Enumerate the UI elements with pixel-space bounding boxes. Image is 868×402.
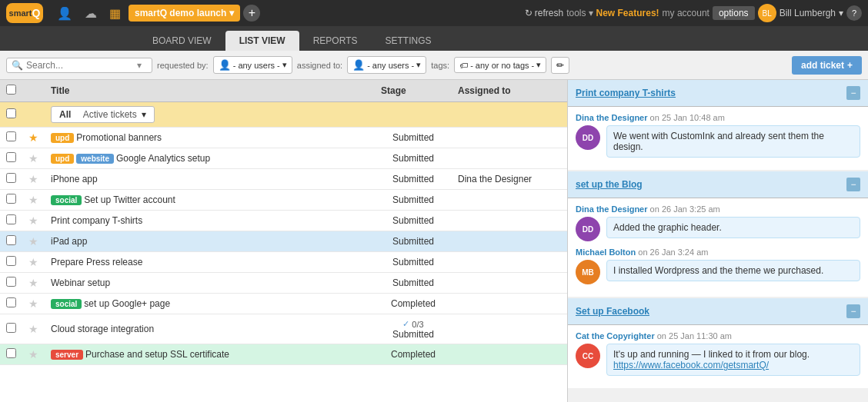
ticket-assigned [452, 344, 552, 365]
tools-button[interactable]: tools ▾ [566, 8, 593, 18]
comment-header: Michael Bolton on 26 Jan 3:24 am [576, 248, 860, 257]
ticket-checkbox[interactable] [6, 173, 16, 183]
ticket-title[interactable]: updwebsiteGoogle Analytics setup [51, 153, 210, 164]
upd-tag: upd [51, 154, 74, 164]
requested-by-dropdown[interactable]: 👤 - any users - ▾ [213, 56, 292, 74]
section-header: set up the Blog− [568, 171, 868, 198]
my-account-button[interactable]: my account [663, 8, 709, 18]
ticket-title[interactable]: socialset up Google+ page [51, 298, 170, 309]
tab-bar: BOARD VIEW LIST VIEW REPORTS SETTINGS [0, 26, 868, 51]
asgn-chevron-icon: ▾ [416, 60, 421, 70]
table-row: ★serverPurchase and setup SSL certificat… [0, 344, 567, 365]
star-icon[interactable]: ★ [28, 214, 38, 227]
progress-badge: ✓ 0/3 [402, 319, 423, 329]
refresh-button[interactable]: ↻ refresh [525, 8, 563, 18]
star-icon[interactable]: ★ [28, 131, 38, 144]
upd-tag: upd [51, 133, 74, 143]
ticket-checkbox[interactable] [6, 131, 16, 141]
search-input[interactable] [26, 60, 134, 71]
star-icon[interactable]: ★ [28, 173, 38, 185]
table-row: ★Cloud storage integration✓ 0/3Submitted [0, 314, 567, 344]
comment-bubble: It's up and running — I linked to it fro… [606, 344, 860, 376]
section-title-link[interactable]: Print company T-shirts [576, 88, 676, 98]
ticket-stage: Completed [375, 294, 452, 314]
user-area[interactable]: BL Bill Lumbergh ▾ [758, 4, 843, 22]
stage-value: Submitted [381, 257, 446, 267]
ticket-checkbox[interactable] [6, 152, 16, 162]
ticket-checkbox[interactable] [6, 194, 16, 204]
collapse-button[interactable]: − [846, 86, 860, 100]
table-row: ★iPad appSubmitted [0, 231, 567, 252]
help-button[interactable]: ? [846, 5, 862, 21]
star-icon[interactable]: ★ [28, 323, 38, 335]
comment-link[interactable]: https://www.facebook.com/getsmartQ/ [613, 360, 769, 370]
section-header: Print company T-shirts− [568, 80, 868, 107]
options-button[interactable]: options [713, 6, 755, 20]
ticket-title[interactable]: iPad app [51, 236, 87, 247]
ticket-title[interactable]: Print company T-shirts [51, 215, 142, 226]
tab-board[interactable]: BOARD VIEW [139, 31, 225, 51]
ticket-checkbox[interactable] [6, 348, 16, 358]
star-icon[interactable]: ★ [28, 297, 38, 310]
tag-icon: 🏷 [459, 61, 468, 70]
stage-value: Completed [381, 298, 446, 309]
assigned-to-label: assigned to: [297, 61, 342, 70]
server-tag: server [51, 350, 83, 360]
filter-dropdown-icon[interactable]: ▾ [137, 60, 142, 71]
new-features-button[interactable]: New Features! [596, 8, 659, 18]
ticket-title[interactable]: Prepare Press release [51, 257, 142, 267]
all-active-checkbox[interactable] [6, 108, 16, 118]
comment-date: on 25 Jan 11:30 am [657, 331, 732, 341]
grid-icon[interactable]: ▦ [105, 6, 125, 21]
tags-dropdown[interactable]: 🏷 - any or no tags - ▾ [454, 57, 546, 73]
check-icon: ✓ [402, 319, 409, 329]
stage-value: Completed [381, 349, 446, 360]
ticket-title[interactable]: updPromotional banners [51, 132, 162, 143]
ticket-checkbox[interactable] [6, 214, 16, 224]
ticket-checkbox[interactable] [6, 256, 16, 266]
select-all-checkbox[interactable] [6, 85, 16, 95]
ticket-table: Title Stage Assigned to [0, 80, 567, 365]
collapse-button[interactable]: − [846, 304, 860, 318]
ticket-checkbox[interactable] [6, 235, 16, 245]
comment-header: Dina the Designer on 26 Jan 3:25 am [576, 204, 860, 214]
all-active-dropdown[interactable]: All Active tickets ▾ [51, 106, 155, 123]
ticket-title[interactable]: iPhone app [51, 174, 98, 184]
ticket-title[interactable]: socialSet up Twitter account [51, 194, 175, 205]
star-icon[interactable]: ★ [28, 277, 38, 289]
commenter-name: Michael Bolton [576, 248, 636, 257]
tab-list[interactable]: LIST VIEW [225, 31, 299, 51]
add-project-button[interactable]: + [243, 5, 260, 22]
tab-settings[interactable]: SETTINGS [371, 31, 445, 51]
star-icon[interactable]: ★ [28, 348, 38, 360]
collapse-button[interactable]: − [846, 178, 860, 191]
tab-reports[interactable]: REPORTS [299, 31, 372, 51]
edit-filter-icon[interactable]: ✏ [551, 57, 569, 74]
star-icon[interactable]: ★ [28, 256, 38, 268]
ticket-checkbox[interactable] [6, 297, 16, 307]
assigned-to-dropdown[interactable]: 👤 - any users - ▾ [347, 56, 426, 74]
ticket-assigned [452, 231, 552, 252]
section-title-link[interactable]: Set up Facebook [576, 306, 649, 317]
ticket-assigned [452, 190, 552, 211]
star-icon[interactable]: ★ [28, 152, 38, 164]
star-icon[interactable]: ★ [28, 235, 38, 248]
search-box: 🔍 ▾ [6, 58, 152, 73]
ticket-assigned [452, 252, 552, 273]
ticket-title[interactable]: Cloud storage integration [51, 324, 154, 334]
cloud-icon[interactable]: ☁ [80, 6, 102, 21]
comment-date: on 25 Jan 10:48 am [650, 113, 725, 122]
social-tag: social [51, 195, 82, 205]
project-dropdown[interactable]: smartQ demo launch ▾ [129, 5, 240, 22]
section-title-link[interactable]: set up the Blog [576, 179, 643, 190]
star-icon[interactable]: ★ [28, 194, 38, 206]
logo-icon: smartQ [6, 3, 43, 23]
add-ticket-button[interactable]: add ticket + [792, 56, 862, 75]
comment-date: on 26 Jan 3:25 am [650, 204, 720, 214]
ticket-checkbox[interactable] [6, 277, 16, 287]
stage-value: Submitted [381, 215, 446, 226]
user-icon[interactable]: 👤 [52, 6, 77, 21]
ticket-title[interactable]: serverPurchase and setup SSL certificate [51, 349, 229, 360]
ticket-title[interactable]: Webinar setup [51, 277, 110, 288]
ticket-checkbox[interactable] [6, 323, 16, 333]
